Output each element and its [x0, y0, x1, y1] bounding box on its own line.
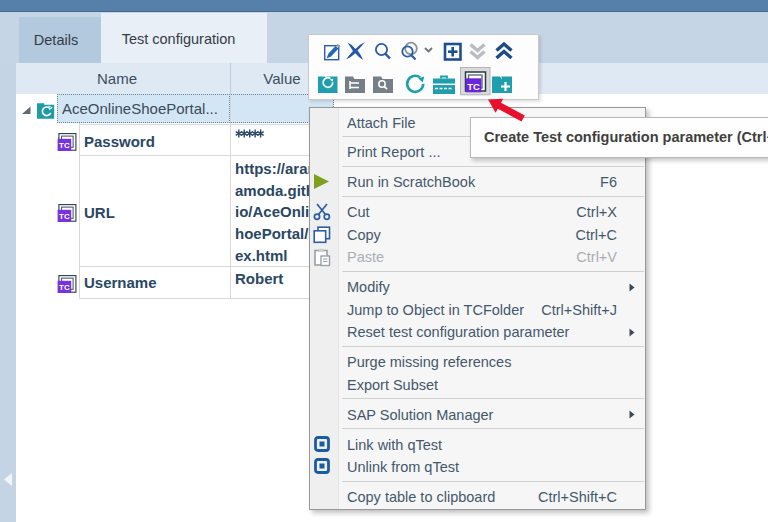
- svg-text:TC: TC: [59, 212, 70, 221]
- svg-text:TC: TC: [467, 81, 480, 92]
- svg-text:TC: TC: [59, 283, 70, 292]
- svg-text:TC: TC: [59, 141, 70, 150]
